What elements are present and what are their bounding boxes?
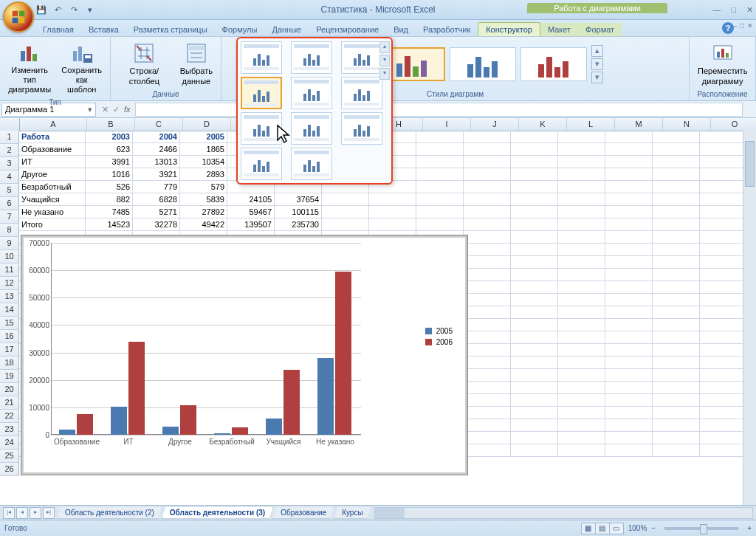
save-template-button[interactable]: Сохранить как шаблон [58, 38, 106, 97]
chart-style-3[interactable] [450, 47, 516, 81]
cell[interactable] [700, 294, 747, 306]
cell[interactable]: 14523 [86, 218, 133, 231]
cell[interactable] [558, 382, 605, 394]
cell[interactable] [605, 181, 653, 193]
chart-layout-option[interactable] [291, 112, 332, 145]
cell[interactable] [369, 218, 416, 231]
row-header[interactable]: 6 [0, 197, 19, 210]
cell[interactable] [464, 281, 511, 294]
tab-developer[interactable]: Разработчик [416, 23, 478, 36]
cell[interactable] [700, 419, 747, 432]
cell[interactable] [511, 419, 558, 432]
cell[interactable] [653, 344, 700, 357]
row-header[interactable]: 25 [0, 450, 19, 463]
cell[interactable] [511, 143, 558, 156]
cell[interactable] [605, 294, 653, 306]
cell[interactable] [511, 306, 558, 319]
cell[interactable] [511, 281, 558, 294]
cell[interactable]: Учащийся [19, 193, 86, 206]
change-chart-type-button[interactable]: Изменить тип диаграммы [4, 38, 55, 97]
close-button[interactable]: ✕ [746, 5, 753, 15]
view-page-layout-icon[interactable]: ▤ [595, 523, 610, 534]
cell[interactable] [511, 382, 558, 394]
cell[interactable] [653, 181, 700, 193]
row-header[interactable]: 12 [0, 277, 19, 290]
zoom-slider-thumb[interactable] [700, 524, 707, 534]
gallery-scroll-down[interactable]: ▾ [379, 55, 390, 66]
cell[interactable] [605, 156, 653, 168]
cell[interactable]: Итого [19, 218, 86, 231]
row-header[interactable]: 10 [0, 250, 19, 264]
cell[interactable] [511, 131, 558, 143]
cell[interactable] [511, 168, 558, 181]
cell[interactable] [511, 369, 558, 382]
cell[interactable] [558, 168, 605, 181]
cell[interactable] [464, 432, 511, 444]
cell[interactable] [653, 419, 700, 432]
cell[interactable] [653, 394, 700, 407]
cell[interactable]: 1016 [86, 168, 133, 181]
cell[interactable] [653, 294, 700, 306]
cell[interactable] [700, 444, 747, 457]
cell[interactable] [558, 181, 605, 193]
row-header[interactable]: 14 [0, 303, 19, 317]
cell[interactable]: 526 [86, 181, 133, 193]
cell[interactable] [511, 319, 558, 331]
tab-page-layout[interactable]: Разметка страницы [126, 23, 215, 36]
chart-style-4[interactable] [520, 47, 587, 81]
cell[interactable] [464, 206, 511, 218]
fx-icon[interactable]: fx [124, 105, 131, 114]
cell[interactable] [558, 131, 605, 143]
cell[interactable] [511, 206, 558, 218]
cell[interactable] [700, 168, 747, 181]
col-header[interactable]: N [663, 118, 711, 131]
row-header[interactable]: 2 [0, 144, 19, 157]
col-header[interactable]: L [567, 118, 615, 131]
cell[interactable] [511, 444, 558, 457]
sheet-tab[interactable]: Область деятельности (2) [57, 507, 162, 519]
cell[interactable]: Не указано [19, 206, 86, 218]
cell[interactable] [653, 444, 700, 457]
col-header[interactable]: D [183, 118, 231, 131]
tab-layout[interactable]: Макет [540, 23, 578, 36]
enter-formula-icon[interactable]: ✓ [113, 105, 120, 114]
gallery-scroll-up[interactable]: ▴ [379, 41, 390, 53]
cell[interactable] [416, 181, 464, 193]
embedded-chart[interactable]: 010000200003000040000500006000070000Обра… [21, 235, 468, 475]
tab-view[interactable]: Вид [386, 23, 416, 36]
row-header[interactable]: 8 [0, 224, 19, 237]
move-chart-button[interactable]: Переместить диаграмму [694, 39, 751, 88]
zoom-in-button[interactable]: + [747, 524, 752, 532]
chart-layout-option[interactable] [241, 77, 282, 109]
chart-layout-option[interactable] [241, 148, 282, 180]
cell[interactable] [653, 143, 700, 156]
cell[interactable] [605, 218, 653, 231]
view-page-break-icon[interactable]: ▭ [609, 523, 624, 534]
cell[interactable] [700, 231, 747, 244]
sheet-nav-last[interactable]: ▸| [43, 507, 55, 519]
cell[interactable] [700, 131, 747, 143]
cell[interactable] [464, 231, 511, 244]
cell[interactable] [369, 193, 416, 206]
row-header[interactable]: 11 [0, 264, 19, 277]
cell[interactable] [511, 231, 558, 244]
tab-format[interactable]: Формат [578, 23, 622, 36]
row-header[interactable]: 9 [0, 237, 19, 250]
horizontal-scrollbar[interactable] [374, 507, 753, 519]
select-data-button[interactable]: Выбрать данные [176, 39, 216, 88]
cell[interactable]: 3921 [133, 168, 180, 181]
cell[interactable]: 2004 [133, 131, 180, 143]
redo-icon[interactable]: ↷ [68, 4, 80, 16]
cell[interactable]: 37654 [275, 193, 322, 206]
cell[interactable] [605, 382, 653, 394]
gallery-more[interactable]: ▾ [379, 68, 390, 80]
styles-scroll-down[interactable]: ▾ [591, 58, 603, 70]
cell[interactable]: 10354 [180, 156, 227, 168]
cell[interactable]: 13013 [133, 156, 180, 168]
cell[interactable] [653, 369, 700, 382]
cell[interactable]: 2003 [86, 131, 133, 143]
cell[interactable] [700, 394, 747, 407]
cell[interactable]: 100115 [275, 206, 322, 218]
row-header[interactable]: 22 [0, 410, 19, 423]
cell[interactable] [416, 131, 464, 143]
